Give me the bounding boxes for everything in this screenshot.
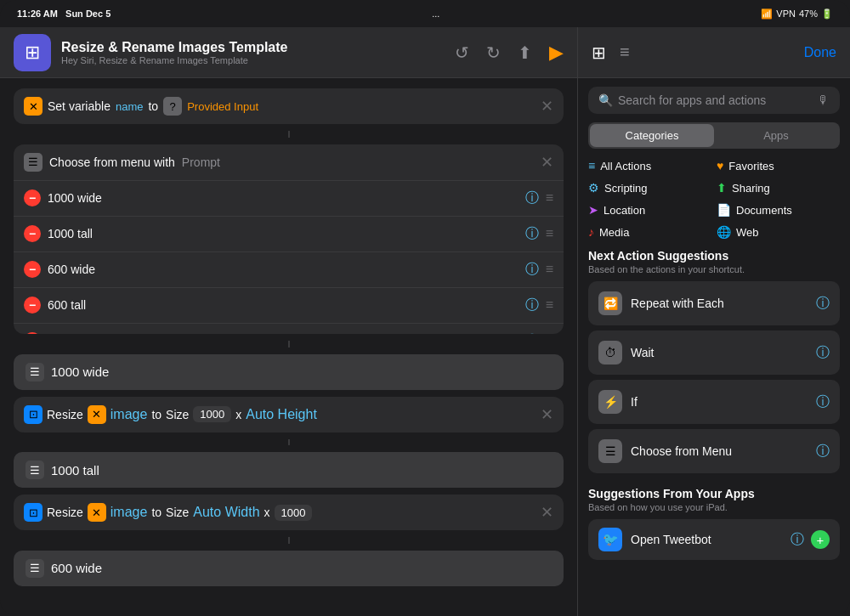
input-icon: ?: [163, 97, 182, 116]
suggestion-if[interactable]: ⚡ If ⓘ: [588, 380, 840, 424]
connector-4: [288, 537, 290, 544]
menu-icon: ☰: [24, 153, 42, 172]
drag-handle-1[interactable]: ≡: [546, 190, 553, 206]
right-header: ⊞ ≡ Done: [578, 27, 850, 78]
section-text-1: 1000 wide: [51, 365, 109, 379]
section-label-2: ☰ 1000 tall: [14, 452, 564, 488]
suggestions-title: Next Action Suggestions: [588, 249, 840, 263]
drag-handle-2[interactable]: ≡: [546, 226, 553, 241]
redo-button[interactable]: ↻: [486, 42, 501, 63]
item-text-1: 1000 wide: [48, 191, 518, 205]
resize-2-width[interactable]: Auto Width: [193, 505, 259, 520]
info-btn-4[interactable]: ⓘ: [525, 297, 539, 314]
resize-1-height[interactable]: Auto Height: [246, 407, 317, 422]
info-btn-2[interactable]: ⓘ: [525, 225, 539, 243]
suggestion-choose-menu-info[interactable]: ⓘ: [816, 443, 830, 461]
tweetbot-info[interactable]: ⓘ: [790, 531, 804, 549]
provided-input-token[interactable]: Provided Input: [187, 100, 258, 113]
menu-prompt[interactable]: Prompt: [182, 155, 220, 169]
info-btn-3[interactable]: ⓘ: [525, 261, 539, 279]
suggestion-wait-info[interactable]: ⓘ: [816, 344, 830, 362]
bottom-padding: [14, 593, 564, 606]
app-suggestion-tweetbot[interactable]: 🐦 Open Tweetbot ⓘ +: [588, 519, 840, 560]
category-favorites[interactable]: ♥ Favorites: [717, 157, 840, 174]
choose-menu-block: ☰ Choose from menu with Prompt ✕ − 1000 …: [14, 144, 564, 335]
resize-1-image[interactable]: image: [110, 407, 148, 422]
resize-2-action: ⊡ Resize ✕ image to Size Auto Width x 10…: [14, 494, 564, 530]
connector-3: [288, 439, 290, 446]
variable-name-token[interactable]: name: [116, 100, 144, 113]
panel-icon-1[interactable]: ⊞: [592, 42, 606, 63]
resize-1-action: ⊡ Resize ✕ image to Size 1000 x Auto Hei…: [14, 397, 564, 432]
remove-item-2[interactable]: −: [24, 225, 41, 242]
set-variable-row: ✕ Set variable name to ? Provided Input …: [24, 97, 553, 116]
tab-categories[interactable]: Categories: [590, 124, 714, 147]
done-button[interactable]: Done: [804, 45, 836, 60]
suggestion-repeat-info[interactable]: ⓘ: [816, 295, 830, 313]
remove-item-3[interactable]: −: [24, 261, 41, 278]
menu-prefix: Choose from menu with: [49, 155, 175, 169]
item-text-4: 600 tall: [48, 298, 518, 312]
suggestions-section: Next Action Suggestions Based on the act…: [578, 240, 850, 482]
tweetbot-add[interactable]: +: [811, 530, 830, 549]
info-btn-1[interactable]: ⓘ: [525, 189, 539, 207]
sharing-label: Sharing: [732, 182, 770, 195]
play-button[interactable]: ▶: [549, 42, 564, 64]
resize-2-height[interactable]: 1000: [275, 505, 313, 521]
section-text-3: 600 wide: [51, 561, 102, 575]
remove-item-4[interactable]: −: [24, 297, 41, 314]
resize-2-x: x: [264, 506, 270, 519]
share-button[interactable]: ⬆: [518, 42, 532, 63]
media-label: Media: [599, 226, 629, 239]
set-variable-action: ✕ Set variable name to ? Provided Input …: [14, 88, 564, 124]
drag-handle-5[interactable]: ≡: [546, 333, 553, 334]
connector-1: [288, 131, 290, 138]
suggestion-choose-menu[interactable]: ☰ Choose from Menu ⓘ: [588, 429, 840, 473]
tab-apps[interactable]: Apps: [714, 124, 838, 147]
remove-item-5[interactable]: −: [24, 332, 41, 334]
panel-icon-2[interactable]: ≡: [620, 42, 630, 62]
mic-icon[interactable]: 🎙: [818, 93, 830, 107]
favorites-icon: ♥: [717, 159, 723, 172]
carrier-label: VPN: [776, 8, 796, 19]
drag-handle-4[interactable]: ≡: [546, 297, 553, 313]
category-web[interactable]: 🌐 Web: [717, 223, 840, 240]
category-location[interactable]: ➤ Location: [588, 201, 711, 218]
if-icon: ⚡: [598, 390, 622, 414]
right-scroll[interactable]: 🔍 Search for apps and actions 🎙 Categori…: [578, 78, 850, 616]
search-bar[interactable]: 🔍 Search for apps and actions 🎙: [588, 87, 840, 114]
category-media[interactable]: ♪ Media: [588, 223, 711, 240]
menu-header-row: ☰ Choose from menu with Prompt ✕: [14, 144, 564, 181]
shortcut-icon: ⊞: [14, 34, 51, 71]
suggestion-wait[interactable]: ⏱ Wait ⓘ: [588, 331, 840, 375]
resize-1-width[interactable]: 1000: [193, 406, 231, 422]
right-header-icons: ⊞ ≡: [592, 42, 630, 63]
right-panel: ⊞ ≡ Done 🔍 Search for apps and actions 🎙…: [578, 27, 850, 616]
category-grid: ≡ All Actions ♥ Favorites ⚙ Scripting ⬆ …: [578, 157, 850, 240]
battery-icon: 🔋: [821, 8, 833, 20]
menu-item-row: − 1000 tall ⓘ ≡: [14, 217, 564, 252]
close-menu[interactable]: ✕: [541, 153, 553, 172]
close-set-variable[interactable]: ✕: [541, 97, 553, 116]
undo-button[interactable]: ↺: [455, 42, 469, 63]
close-resize-2[interactable]: ✕: [541, 503, 553, 522]
remove-item-1[interactable]: −: [24, 189, 41, 206]
close-resize-1[interactable]: ✕: [541, 405, 553, 424]
suggestion-repeat[interactable]: 🔁 Repeat with Each ⓘ: [588, 281, 840, 325]
repeat-icon: 🔁: [598, 291, 622, 315]
resize-icon-1: ⊡: [24, 405, 42, 424]
category-sharing[interactable]: ⬆ Sharing: [717, 179, 840, 196]
web-label: Web: [736, 226, 759, 239]
editor-scroll[interactable]: ✕ Set variable name to ? Provided Input …: [0, 78, 577, 616]
info-btn-5[interactable]: ⓘ: [525, 332, 539, 335]
tabs-bar: Categories Apps: [588, 122, 840, 149]
suggestion-if-info[interactable]: ⓘ: [816, 393, 830, 411]
battery-label: 47%: [799, 8, 818, 19]
drag-handle-3[interactable]: ≡: [546, 262, 553, 277]
category-scripting[interactable]: ⚙ Scripting: [588, 179, 711, 196]
resize-2-image[interactable]: image: [110, 505, 148, 520]
documents-icon: 📄: [717, 203, 731, 217]
resize-image-icon-2: ✕: [88, 503, 106, 522]
category-documents[interactable]: 📄 Documents: [717, 201, 840, 218]
category-all-actions[interactable]: ≡ All Actions: [588, 157, 711, 174]
